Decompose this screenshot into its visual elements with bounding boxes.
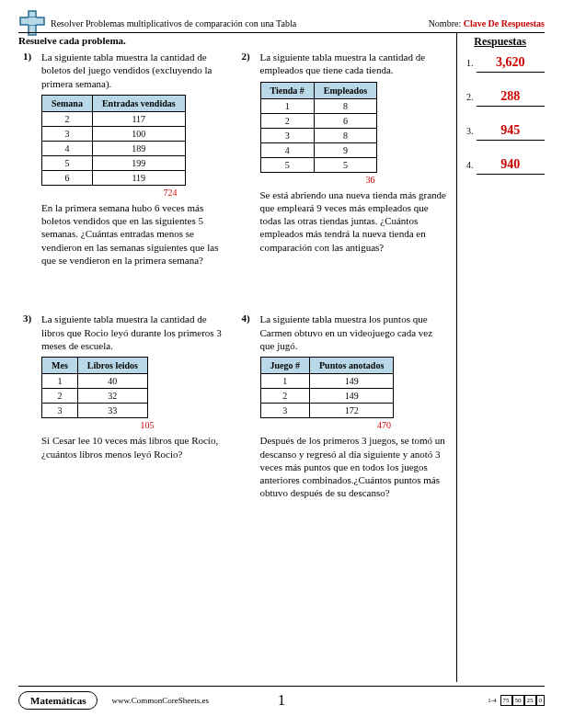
grade-box: 0 <box>536 695 546 706</box>
problem: 4) La siguiente tabla muestra los puntos… <box>242 313 447 499</box>
name-field: Nombre: Clave De Respuestas <box>429 18 545 28</box>
problem-question: Si Cesar lee 10 veces más libros que Roc… <box>41 434 228 461</box>
problem: 2) La siguiente tabla muestra la cantida… <box>242 51 447 267</box>
problem-intro: La siguiente tabla muestra la cantidad d… <box>41 313 228 352</box>
vertical-divider <box>456 33 457 682</box>
instruction-text: Resuelve cada problema. <box>18 35 126 46</box>
website-text: www.CommonCoreSheets.es <box>111 696 208 705</box>
table-sum: 36 <box>352 175 389 185</box>
table-sum: 470 <box>366 420 403 430</box>
answers-column: 1.3,6202.2883.9454.940 <box>466 55 545 191</box>
problem-number: 4) <box>242 313 255 499</box>
problem-number: 3) <box>23 313 36 499</box>
answer-line: 1.3,620 <box>466 55 545 73</box>
problem: 3) La siguiente tabla muestra la cantida… <box>23 313 228 499</box>
worksheet-title: Resolver Problemas multiplicativos de co… <box>51 18 296 28</box>
problem-intro: La siguiente tabla muestra la cantidad d… <box>260 51 447 77</box>
problem-number: 1) <box>23 51 36 267</box>
answer-key-label: Clave De Respuestas <box>464 18 545 28</box>
data-table: Juego #Puntos anotados114921493172 <box>260 357 395 418</box>
answer-line: 4.940 <box>466 157 545 175</box>
footer: Matemáticas www.CommonCoreSheets.es 1 1-… <box>18 686 545 710</box>
table-sum: 105 <box>129 420 166 430</box>
table-sum: 724 <box>152 188 189 198</box>
subject-box: Matemáticas <box>18 691 98 710</box>
problem-question: Se está abriendo una nueva tienda más gr… <box>260 188 447 254</box>
problem-question: En la primera semana hubo 6 veces más bo… <box>41 201 228 267</box>
problem: 1) La siguiente tabla muestra la cantida… <box>23 51 228 267</box>
data-table: Tienda #Empleados1826384955 <box>260 82 378 173</box>
problem-intro: La siguiente tabla muestra la cantidad d… <box>41 51 228 90</box>
problems-grid: 1) La siguiente tabla muestra la cantida… <box>23 51 446 500</box>
grade-scale: 1-4 7550250 <box>488 695 545 706</box>
answer-line: 2.288 <box>466 89 545 107</box>
grade-box: 25 <box>524 695 536 706</box>
header-rule <box>18 32 545 33</box>
grade-box: 50 <box>512 695 524 706</box>
answers-heading: Respuestas <box>474 35 526 49</box>
problem-number: 2) <box>242 51 255 267</box>
data-table: SemanaEntradas vendidas21173100418951996… <box>41 95 186 186</box>
grade-box: 75 <box>500 695 512 706</box>
page-number: 1 <box>278 692 285 709</box>
problem-question: Después de los primeros 3 juegos, se tom… <box>260 434 447 499</box>
svg-rect-2 <box>29 17 36 25</box>
data-table: MesLibros leidos140232333 <box>41 357 148 418</box>
problem-intro: La siguiente tabla muestra los puntos qu… <box>260 313 447 352</box>
answer-line: 3.945 <box>466 123 545 141</box>
